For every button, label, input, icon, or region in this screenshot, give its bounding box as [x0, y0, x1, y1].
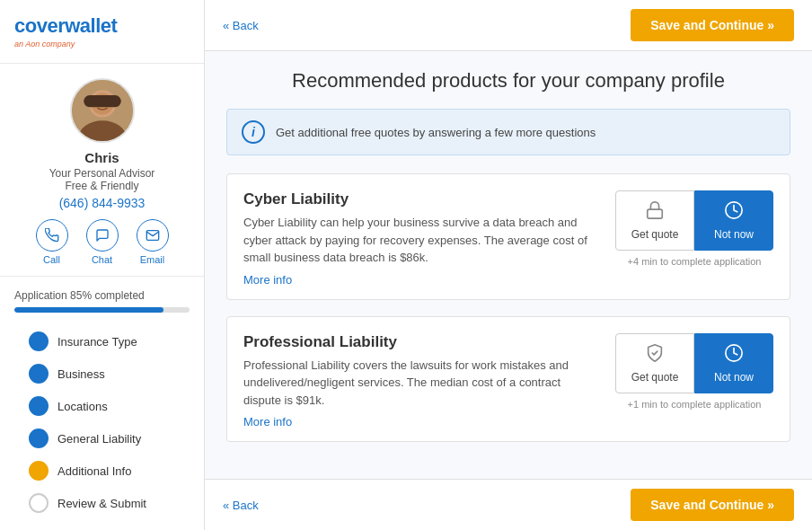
chat-icon [86, 219, 119, 252]
main-footer: Back Save and Continue [205, 479, 812, 530]
advisor-title: Your Personal Advisor [49, 167, 155, 180]
action-buttons-professional: Get quote Not now [615, 333, 773, 393]
progress-label: Application 85% completed [14, 289, 190, 302]
step-dot-locations [29, 396, 49, 416]
email-icon [137, 219, 169, 252]
progress-bar-track [14, 307, 190, 313]
header-save-continue-button[interactable]: Save and Continue [631, 9, 794, 41]
product-desc-cyber: Cyber Liability can help your business s… [243, 214, 597, 267]
footer-back-link[interactable]: Back [223, 499, 259, 512]
step-label-insurance-type: Insurance Type [57, 335, 137, 349]
call-label: Call [43, 254, 60, 265]
nav-steps: Insurance Type Business Locations Genera… [14, 325, 190, 519]
info-icon: i [242, 120, 265, 144]
step-dot-additional-info [29, 461, 49, 481]
step-review-submit[interactable]: Review & Submit [29, 487, 175, 519]
main-header: Back Save and Continue [205, 0, 812, 51]
step-label-business: Business [57, 367, 105, 381]
step-dot-insurance-type [29, 331, 49, 351]
step-label-general-liability: General Liability [57, 432, 141, 446]
product-name-professional: Professional Liability [243, 333, 597, 351]
lock-icon [645, 200, 665, 225]
logo-area: coverwallet an Aon company [0, 14, 204, 64]
progress-section: Application 85% completed Insurance Type… [0, 277, 204, 519]
get-quote-cyber-button[interactable]: Get quote [615, 190, 694, 251]
email-button[interactable]: Email [137, 219, 169, 265]
more-info-cyber[interactable]: More info [243, 273, 292, 287]
product-info-cyber: Cyber Liability Cyber Liability can help… [243, 190, 615, 287]
logo-text: coverwallet [14, 14, 117, 38]
chat-label: Chat [92, 254, 112, 265]
get-quote-cyber-label: Get quote [631, 228, 679, 241]
product-name-cyber: Cyber Liability [243, 190, 597, 208]
get-quote-professional-label: Get quote [631, 371, 679, 384]
product-card-cyber-liability: Cyber Liability Cyber Liability can help… [226, 173, 790, 300]
step-additional-info[interactable]: Additional Info [29, 455, 175, 487]
call-button[interactable]: Call [36, 219, 68, 265]
info-banner: i Get additional free quotes by answerin… [226, 109, 790, 155]
action-buttons-cyber: Get quote Not now [615, 190, 773, 251]
time-estimate-cyber: +4 min to complete application [628, 256, 762, 267]
product-actions-professional: Get quote Not now +1 min to complete app… [615, 333, 773, 410]
step-label-additional-info: Additional Info [57, 464, 131, 478]
phone-icon [36, 219, 68, 252]
advisor-section: Chris Your Personal Advisor Free & Frien… [0, 64, 204, 277]
contact-icons: Call Chat Email [36, 219, 169, 265]
email-label: Email [140, 254, 165, 265]
not-now-professional-button[interactable]: Not now [694, 333, 773, 393]
avatar [70, 78, 135, 143]
step-general-liability[interactable]: General Liability [29, 422, 175, 455]
step-business[interactable]: Business [29, 358, 175, 390]
svg-rect-7 [648, 209, 663, 218]
advisor-name: Chris [84, 150, 119, 165]
header-back-link[interactable]: Back [223, 19, 259, 32]
product-actions-cyber: Get quote Not now +4 min to complete app… [615, 190, 773, 267]
info-banner-text: Get additional free quotes by answering … [276, 126, 596, 139]
advisor-phone[interactable]: (646) 844-9933 [59, 196, 146, 210]
step-locations[interactable]: Locations [29, 390, 175, 422]
footer-save-continue-button[interactable]: Save and Continue [631, 489, 794, 521]
more-info-professional[interactable]: More info [243, 415, 292, 428]
step-dot-general-liability [29, 428, 49, 448]
product-card-professional-liability: Professional Liability Professional Liab… [226, 316, 790, 443]
get-quote-professional-button[interactable]: Get quote [615, 333, 694, 393]
step-label-locations: Locations [57, 400, 108, 413]
main-body: Recommended products for your company pr… [205, 51, 812, 479]
product-desc-professional: Professional Liability covers the lawsui… [243, 357, 597, 410]
logo-block: coverwallet an Aon company [14, 14, 117, 49]
svg-rect-6 [84, 95, 121, 107]
advisor-subtitle: Free & Friendly [65, 180, 138, 192]
page-title: Recommended products for your company pr… [226, 69, 790, 93]
clock-icon-professional [724, 343, 744, 367]
step-dot-review-submit [29, 493, 49, 513]
step-label-review-submit: Review & Submit [57, 497, 146, 510]
shield-icon [645, 343, 665, 367]
chat-button[interactable]: Chat [86, 219, 119, 265]
sidebar: coverwallet an Aon company Chris Your Pe… [0, 0, 205, 530]
clock-icon-cyber [724, 200, 744, 225]
step-insurance-type[interactable]: Insurance Type [29, 325, 175, 358]
not-now-cyber-label: Not now [714, 228, 754, 241]
product-info-professional: Professional Liability Professional Liab… [243, 333, 615, 429]
not-now-professional-label: Not now [714, 371, 754, 384]
main-content: Back Save and Continue Recommended produ… [205, 0, 812, 530]
time-estimate-professional: +1 min to complete application [628, 399, 762, 410]
step-dot-business [29, 364, 49, 384]
progress-bar-fill [14, 307, 163, 313]
logo-aon: an Aon company [14, 40, 117, 49]
not-now-cyber-button[interactable]: Not now [694, 190, 773, 251]
